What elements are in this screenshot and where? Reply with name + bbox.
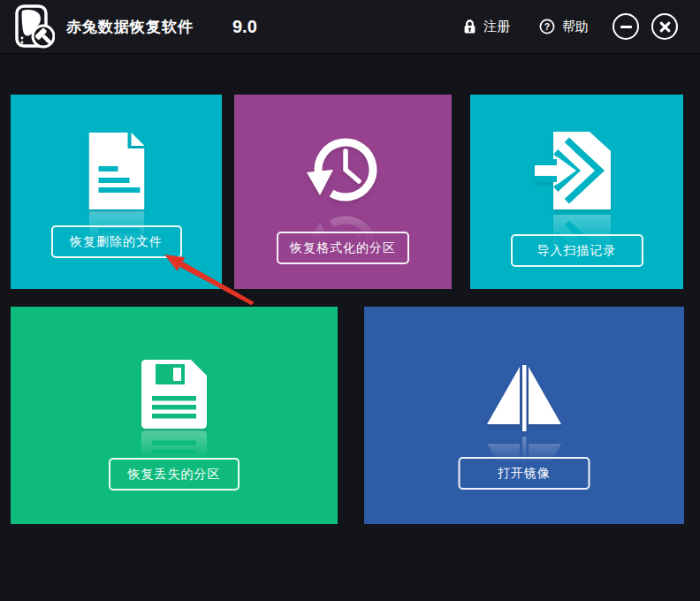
lock-icon bbox=[463, 19, 476, 34]
svg-text:?: ? bbox=[544, 21, 550, 32]
import-document-icon bbox=[535, 130, 620, 211]
tile-open-image[interactable]: 打开镜像 bbox=[364, 307, 684, 524]
close-icon bbox=[659, 21, 671, 33]
close-button[interactable] bbox=[651, 13, 678, 40]
app-window: { "header": { "title": "赤兔数据恢复软件", "vers… bbox=[0, 0, 700, 601]
recover-formatted-partition-button[interactable]: 恢复格式化的分区 bbox=[277, 232, 409, 264]
recover-deleted-files-button[interactable]: 恢复删除的文件 bbox=[51, 225, 182, 258]
help-label: 帮助 bbox=[562, 19, 589, 35]
title-bar: 赤兔数据恢复软件 9.0 注册 ? 帮助 bbox=[0, 0, 700, 55]
tile-import-scan-records[interactable]: 导入扫描记录 bbox=[470, 95, 683, 289]
tile-recover-lost-partition[interactable]: 恢复丢失的分区 bbox=[11, 307, 338, 524]
document-icon bbox=[88, 133, 144, 209]
tile-recover-formatted-partition[interactable]: 恢复格式化的分区 bbox=[234, 95, 452, 289]
app-title: 赤兔数据恢复软件 bbox=[66, 17, 194, 37]
question-icon: ? bbox=[539, 19, 555, 34]
history-clock-icon bbox=[302, 132, 384, 208]
help-button[interactable]: ? 帮助 bbox=[539, 19, 589, 35]
minus-icon bbox=[620, 26, 632, 28]
app-version: 9.0 bbox=[232, 17, 257, 37]
tile-recover-deleted-files[interactable]: 恢复删除的文件 bbox=[11, 95, 222, 289]
register-button[interactable]: 注册 bbox=[463, 19, 510, 35]
import-scan-records-button[interactable]: 导入扫描记录 bbox=[511, 234, 643, 267]
register-label: 注册 bbox=[483, 19, 510, 35]
floppy-disk-icon bbox=[141, 360, 207, 429]
mirror-triangles-icon bbox=[487, 362, 561, 433]
minimize-button[interactable] bbox=[612, 13, 639, 40]
drive-hammer-icon bbox=[14, 4, 55, 50]
recover-lost-partition-button[interactable]: 恢复丢失的分区 bbox=[109, 458, 240, 491]
open-image-button[interactable]: 打开镜像 bbox=[459, 457, 590, 490]
